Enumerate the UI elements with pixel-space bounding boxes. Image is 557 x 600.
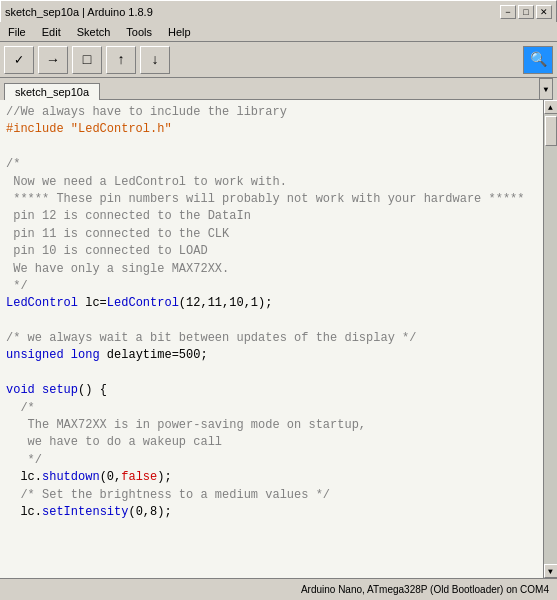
minimize-button[interactable]: −	[500, 5, 516, 19]
menu-sketch[interactable]: Sketch	[73, 24, 115, 40]
close-button[interactable]: ✕	[536, 5, 552, 19]
new-button[interactable]: □	[72, 46, 102, 74]
title-text: sketch_sep10a | Arduino 1.8.9	[5, 6, 153, 18]
tab-sketch[interactable]: sketch_sep10a	[4, 83, 100, 100]
tab-dropdown[interactable]: ▼	[539, 78, 553, 100]
maximize-button[interactable]: □	[518, 5, 534, 19]
vertical-scrollbar[interactable]: ▲ ▼	[543, 100, 557, 578]
menu-edit[interactable]: Edit	[38, 24, 65, 40]
menu-tools[interactable]: Tools	[122, 24, 156, 40]
verify-button[interactable]: ✓	[4, 46, 34, 74]
tab-bar: sketch_sep10a ▼	[0, 78, 557, 100]
menu-help[interactable]: Help	[164, 24, 195, 40]
scroll-up-arrow[interactable]: ▲	[544, 100, 558, 114]
menu-file[interactable]: File	[4, 24, 30, 40]
save-button[interactable]: ↓	[140, 46, 170, 74]
scroll-down-arrow[interactable]: ▼	[544, 564, 558, 578]
code-editor: //We always have to include the library …	[0, 100, 543, 525]
scroll-track[interactable]	[544, 114, 558, 564]
status-bar: Arduino Nano, ATmega328P (Old Bootloader…	[0, 578, 557, 600]
title-bar: sketch_sep10a | Arduino 1.8.9 − □ ✕	[0, 0, 557, 22]
upload-button[interactable]: →	[38, 46, 68, 74]
open-button[interactable]: ↑	[106, 46, 136, 74]
editor-container: //We always have to include the library …	[0, 100, 557, 578]
status-text: Arduino Nano, ATmega328P (Old Bootloader…	[301, 584, 549, 595]
search-button[interactable]: 🔍	[523, 46, 553, 74]
editor-scroll[interactable]: //We always have to include the library …	[0, 100, 543, 578]
tab-label: sketch_sep10a	[15, 86, 89, 98]
title-buttons: − □ ✕	[500, 5, 552, 19]
menu-bar: File Edit Sketch Tools Help	[0, 22, 557, 42]
toolbar: ✓ → □ ↑ ↓ 🔍	[0, 42, 557, 78]
scroll-thumb[interactable]	[545, 116, 557, 146]
